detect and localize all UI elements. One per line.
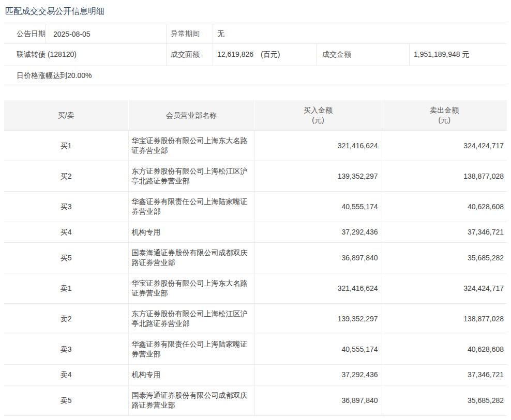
face-value-value: 12,619,826 (百元) <box>213 44 317 66</box>
table-row: 卖2 东方证券股份有限公司上海松江区沪亭北路证券营业部 139,352,297 … <box>4 304 507 334</box>
table-row: 卖4 机构专用 37,292,436 37,346,721 <box>4 365 507 385</box>
side-cell: 买4 <box>4 222 128 243</box>
sell-amount-cell: 40,628,608 <box>382 192 507 222</box>
sell-amount-cell: 138,877,028 <box>382 161 507 192</box>
side-cell: 卖1 <box>4 273 128 304</box>
page-title: 匹配成交交易公开信息明细 <box>4 0 507 24</box>
table-row: 卖3 华鑫证券有限责任公司上海陆家嘴证券营业部 40,555,174 40,62… <box>4 334 507 365</box>
table-row: 买1 华宝证券股份有限公司上海东大名路证券营业部 321,416,624 324… <box>4 131 507 161</box>
summary-row-date: 公告日期 2025-08-05 异常期间 无 <box>4 24 507 44</box>
buy-amount-cell: 321,416,624 <box>254 131 382 161</box>
col-header-side-label: 买/卖 <box>58 111 74 119</box>
col-header-side: 买/卖 <box>4 100 128 131</box>
table-row: 买5 国泰海通证券股份有限公司成都双庆路证券营业部 36,897,840 35,… <box>4 243 507 273</box>
table-row: 买3 华鑫证券有限责任公司上海陆家嘴证券营业部 40,555,174 40,62… <box>4 192 507 222</box>
buy-amount-cell: 139,352,297 <box>254 304 382 334</box>
table-row: 卖5 国泰海通证券股份有限公司成都双庆路证券营业部 36,897,840 35,… <box>4 385 507 416</box>
side-cell: 买5 <box>4 243 128 273</box>
branch-cell: 东方证券股份有限公司上海松江区沪亭北路证券营业部 <box>128 161 254 192</box>
branch-cell: 东方证券股份有限公司上海松江区沪亭北路证券营业部 <box>128 304 254 334</box>
branch-cell: 机构专用 <box>128 365 254 385</box>
branch-cell: 国泰海通证券股份有限公司成都双庆路证券营业部 <box>128 243 254 273</box>
side-cell: 买2 <box>4 161 128 192</box>
face-value-label: 成交面额 <box>167 44 213 66</box>
sell-amount-cell: 324,424,717 <box>382 131 507 161</box>
announce-date-value: 2025-08-05 <box>46 24 167 43</box>
branch-cell: 华鑫证券有限责任公司上海陆家嘴证券营业部 <box>128 334 254 365</box>
sell-amount-cell: 35,685,282 <box>382 385 507 416</box>
buy-amount-cell: 36,897,840 <box>254 243 382 273</box>
side-cell: 卖5 <box>4 385 128 416</box>
buy-amount-cell: 40,555,174 <box>254 192 382 222</box>
branch-cell: 国泰海通证券股份有限公司成都双庆路证券营业部 <box>128 385 254 416</box>
abnormal-period-label: 异常期间 <box>167 24 213 43</box>
branch-cell: 华宝证券股份有限公司上海东大名路证券营业部 <box>128 131 254 161</box>
table-header-row: 买/卖 会员营业部名称 买入金额 (元) 卖出金额 (元) <box>4 100 507 131</box>
branch-cell: 华鑫证券有限责任公司上海陆家嘴证券营业部 <box>128 192 254 222</box>
side-cell: 买1 <box>4 131 128 161</box>
sell-amount-cell: 138,877,028 <box>382 304 507 334</box>
col-header-sell-amount: 卖出金额 (元) <box>382 100 507 131</box>
sell-amount-cell: 40,628,608 <box>382 334 507 365</box>
buy-amount-cell: 37,292,436 <box>254 222 382 243</box>
sell-amount-cell: 324,424,717 <box>382 273 507 304</box>
side-cell: 卖3 <box>4 334 128 365</box>
col-header-branch: 会员营业部名称 <box>128 100 254 131</box>
col-header-buy-line2: (元) <box>255 115 382 125</box>
buy-amount-cell: 40,555,174 <box>254 334 382 365</box>
summary-row-security: 联诚转债 (128120) 成交面额 12,619,826 (百元) 成交金额 … <box>4 44 507 66</box>
buy-amount-cell: 36,897,840 <box>254 385 382 416</box>
side-cell: 卖4 <box>4 365 128 385</box>
trigger-reason: 日价格涨幅达到20.00% <box>4 66 507 86</box>
col-header-buy-line1: 买入金额 <box>255 105 382 115</box>
table-row: 买2 东方证券股份有限公司上海松江区沪亭北路证券营业部 139,352,297 … <box>4 161 507 192</box>
page-container: 匹配成交交易公开信息明细 公告日期 2025-08-05 异常期间 无 联诚转债… <box>0 0 511 416</box>
branch-cell: 机构专用 <box>128 222 254 243</box>
table-row: 买4 机构专用 37,292,436 37,346,721 <box>4 222 507 243</box>
col-header-buy-amount: 买入金额 (元) <box>254 100 382 131</box>
table-row: 卖1 华宝证券股份有限公司上海东大名路证券营业部 321,416,624 324… <box>4 273 507 304</box>
abnormal-period-value: 无 <box>213 24 507 43</box>
sell-amount-cell: 37,346,721 <box>382 222 507 243</box>
turnover-value: 1,951,189,948 元 <box>410 44 507 66</box>
announce-date-label: 公告日期 <box>4 24 46 43</box>
col-header-branch-label: 会员营业部名称 <box>166 111 217 119</box>
sell-amount-cell: 37,346,721 <box>382 365 507 385</box>
col-header-sell-line2: (元) <box>382 115 507 125</box>
buy-amount-cell: 139,352,297 <box>254 161 382 192</box>
branch-cell: 华宝证券股份有限公司上海东大名路证券营业部 <box>128 273 254 304</box>
sell-amount-cell: 35,685,282 <box>382 243 507 273</box>
side-cell: 卖2 <box>4 304 128 334</box>
side-cell: 买3 <box>4 192 128 222</box>
summary-info-table: 公告日期 2025-08-05 异常期间 无 联诚转债 (128120) 成交面… <box>4 24 507 86</box>
buy-amount-cell: 37,292,436 <box>254 365 382 385</box>
turnover-label: 成交金额 <box>317 44 410 66</box>
security-name: 联诚转债 (128120) <box>4 44 167 66</box>
buy-amount-cell: 321,416,624 <box>254 273 382 304</box>
trade-detail-table: 买/卖 会员营业部名称 买入金额 (元) 卖出金额 (元) 买1 华宝证券股份有… <box>4 100 507 416</box>
col-header-sell-line1: 卖出金额 <box>382 105 507 115</box>
summary-row-reason: 日价格涨幅达到20.00% <box>4 66 507 86</box>
